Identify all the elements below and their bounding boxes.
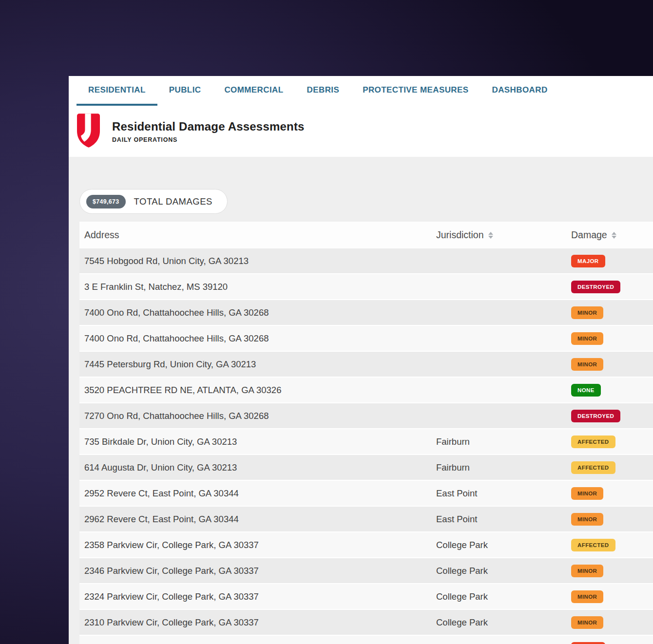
table-row[interactable]: 2962 Revere Ct, East Point, GA 30344 Eas… <box>79 507 653 532</box>
address-cell: 2346 Parkview Cir, College Park, GA 3033… <box>79 566 436 576</box>
nav-tab-label: COMMERCIAL <box>224 85 283 95</box>
column-header-label: Jurisdiction <box>436 229 484 241</box>
address-cell: 7445 Petersburg Rd, Union City, GA 30213 <box>79 359 436 370</box>
damage-cell: AFFECTED <box>571 461 653 474</box>
damage-badge: NONE <box>571 384 601 397</box>
top-nav: RESIDENTIAL PUBLIC COMMERCIAL DEBRIS PRO… <box>69 76 653 106</box>
damage-cell: MINOR <box>571 616 653 629</box>
damage-cell: MINOR <box>571 565 653 577</box>
table-row[interactable]: 7400 Ono Rd, Chattahoochee Hills, GA 302… <box>79 326 653 352</box>
table-row[interactable]: 7445 Petersburg Rd, Union City, GA 30213… <box>79 352 653 378</box>
damage-badge: DESTROYED <box>571 281 620 293</box>
table-row[interactable]: 7400 Ono Rd, Chattahoochee Hills, GA 302… <box>79 300 653 326</box>
nav-tab-residential[interactable]: RESIDENTIAL <box>77 76 157 106</box>
jurisdiction-cell: East Point <box>436 514 571 525</box>
nav-tab-label: PROTECTIVE MEASURES <box>363 85 468 95</box>
page-title: Residential Damage Assessments <box>112 120 305 133</box>
table-row[interactable]: 2346 Parkview Cir, College Park, GA 3033… <box>79 558 653 584</box>
address-cell: 2962 Revere Ct, East Point, GA 30344 <box>79 514 436 525</box>
damage-cell: AFFECTED <box>571 436 653 448</box>
damage-badge: MAJOR <box>571 255 605 267</box>
jurisdiction-cell: College Park <box>436 591 571 602</box>
address-cell: 7400 Ono Rd, Chattahoochee Hills, GA 302… <box>79 307 436 318</box>
damage-badge: MINOR <box>571 332 603 345</box>
address-cell: 3520 PEACHTREE RD NE, ATLANTA, GA 30326 <box>79 385 436 396</box>
nav-tab-protective-measures[interactable]: PROTECTIVE MEASURES <box>351 76 480 106</box>
damage-cell: AFFECTED <box>571 539 653 551</box>
jurisdiction-cell: East Point <box>436 488 571 499</box>
nav-tab-debris[interactable]: DEBRIS <box>295 76 351 106</box>
damage-badge: DESTROYED <box>571 410 620 422</box>
damage-cell: MINOR <box>571 487 653 500</box>
jurisdiction-cell: College Park <box>436 566 571 576</box>
address-cell: 2310 Parkview Cir, College Park, GA 3033… <box>79 617 436 628</box>
column-header-label: Damage <box>571 229 607 241</box>
nav-tab-public[interactable]: PUBLIC <box>157 76 213 106</box>
damage-cell: MAJOR <box>571 255 653 267</box>
address-cell: 7400 Ono Rd, Chattahoochee Hills, GA 302… <box>79 333 436 344</box>
damage-cell: MINOR <box>571 358 653 371</box>
damage-badge: MAJOR <box>571 642 605 644</box>
table-body: 7545 Hobgood Rd, Union City, GA 30213 MA… <box>79 248 653 644</box>
table-row[interactable]: 7270 Ono Rd, Chattahoochee Hills, GA 302… <box>79 403 653 429</box>
total-damages-pill: $749,673 TOTAL DAMAGES <box>79 189 228 214</box>
nav-tab-dashboard[interactable]: DASHBOARD <box>480 76 559 106</box>
damage-badge: MINOR <box>571 565 603 577</box>
address-cell: 735 Birkdale Dr, Union City, GA 30213 <box>79 436 436 447</box>
address-cell: 614 Augusta Dr, Union City, GA 30213 <box>79 462 436 473</box>
address-cell: 2324 Parkview Cir, College Park, GA 3033… <box>79 591 436 602</box>
table-row[interactable]: 2324 Parkview Cir, College Park, GA 3033… <box>79 584 653 610</box>
juvare-shield-icon <box>77 114 100 150</box>
table-row[interactable]: 3 E Franklin St, Natchez, MS 39120 DESTR… <box>79 274 653 300</box>
table-header-row: Address Jurisdiction Damage <box>79 222 653 248</box>
damage-cell: MAJOR <box>571 642 653 644</box>
table-row[interactable]: 735 Birkdale Dr, Union City, GA 30213 Fa… <box>79 429 653 455</box>
page-subtitle: DAILY OPERATIONS <box>112 136 305 143</box>
sort-icon[interactable] <box>488 232 493 239</box>
table-row[interactable]: 2952 Revere Ct, East Point, GA 30344 Eas… <box>79 481 653 507</box>
nav-tab-label: DEBRIS <box>307 85 340 95</box>
damage-badge: AFFECTED <box>571 436 615 448</box>
damage-badge: MINOR <box>571 590 603 603</box>
total-damages-label: TOTAL DAMAGES <box>134 196 212 207</box>
damage-assessments-table: Address Jurisdiction Damage 7545 Hobgood… <box>79 222 653 644</box>
damage-cell: MINOR <box>571 513 653 526</box>
damage-cell: DESTROYED <box>571 281 653 293</box>
damage-badge: MINOR <box>571 487 603 500</box>
damage-cell: DESTROYED <box>571 410 653 422</box>
nav-tab-commercial[interactable]: COMMERCIAL <box>212 76 295 106</box>
jurisdiction-cell: Fairburn <box>436 462 571 473</box>
column-header-jurisdiction[interactable]: Jurisdiction <box>436 229 571 241</box>
nav-tab-label: PUBLIC <box>169 85 201 95</box>
damage-badge: MINOR <box>571 358 603 371</box>
table-row[interactable]: 2310 Parkview Cir, College Park, GA 3033… <box>79 610 653 636</box>
table-row[interactable]: 614 Augusta Dr, Union City, GA 30213 Fai… <box>79 455 653 481</box>
page-header: Residential Damage Assessments DAILY OPE… <box>69 106 653 157</box>
app-panel: RESIDENTIAL PUBLIC COMMERCIAL DEBRIS PRO… <box>69 76 653 644</box>
address-cell: 3 E Franklin St, Natchez, MS 39120 <box>79 282 436 292</box>
damage-cell: MINOR <box>571 590 653 603</box>
column-header-damage[interactable]: Damage <box>571 229 653 241</box>
nav-tab-label: DASHBOARD <box>492 85 547 95</box>
sort-icon[interactable] <box>612 232 616 239</box>
damage-badge: AFFECTED <box>571 539 615 551</box>
table-row[interactable]: 2300 Parkview Cir, College Park, GA 3033… <box>79 636 653 644</box>
nav-tab-label: RESIDENTIAL <box>88 85 146 95</box>
address-cell: 7545 Hobgood Rd, Union City, GA 30213 <box>79 256 436 266</box>
jurisdiction-cell: Fairburn <box>436 436 571 447</box>
damage-cell: MINOR <box>571 332 653 345</box>
column-header-address: Address <box>79 229 436 241</box>
damage-cell: MINOR <box>571 306 653 319</box>
address-cell: 7270 Ono Rd, Chattahoochee Hills, GA 302… <box>79 411 436 421</box>
table-row[interactable]: 2358 Parkview Cir, College Park, GA 3033… <box>79 532 653 558</box>
damage-badge: MINOR <box>571 306 603 319</box>
address-cell: 2952 Revere Ct, East Point, GA 30344 <box>79 488 436 499</box>
table-row[interactable]: 3520 PEACHTREE RD NE, ATLANTA, GA 30326 … <box>79 378 653 403</box>
jurisdiction-cell: College Park <box>436 540 571 550</box>
damage-cell: NONE <box>571 384 653 397</box>
table-row[interactable]: 7545 Hobgood Rd, Union City, GA 30213 MA… <box>79 248 653 274</box>
address-cell: 2358 Parkview Cir, College Park, GA 3033… <box>79 540 436 550</box>
total-damages-amount-badge: $749,673 <box>86 195 126 208</box>
damage-badge: MINOR <box>571 616 603 629</box>
jurisdiction-cell: College Park <box>436 617 571 628</box>
